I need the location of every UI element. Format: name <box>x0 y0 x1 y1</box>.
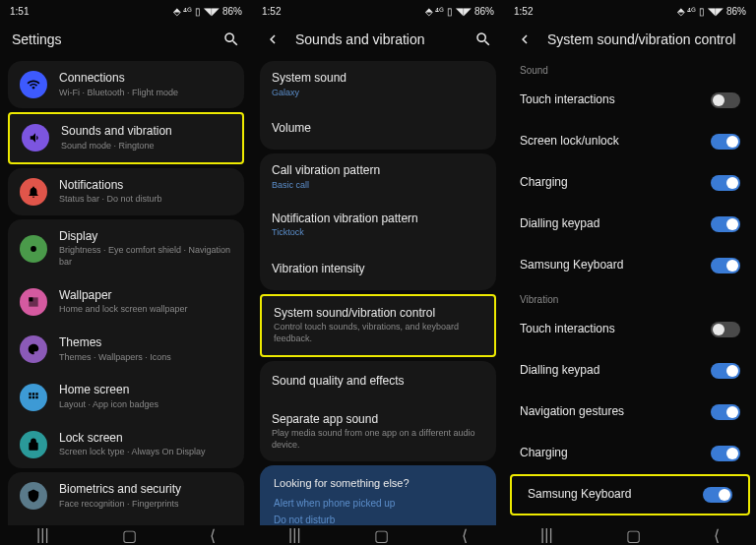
wallpaper-icon <box>20 288 47 316</box>
sound-icon <box>22 124 49 151</box>
page-title: System sound/vibration control <box>547 31 744 47</box>
nav-bar: ||| ▢ ⟨ <box>504 525 756 545</box>
screen-settings: 1:51 ⬘ ⁴ᴳ ▯ ◥◤86% Settings ConnectionsWi… <box>0 0 252 545</box>
item-home-screen[interactable]: Home screenLayout · App icon badges <box>8 373 244 420</box>
item-connections[interactable]: ConnectionsWi-Fi · Bluetooth · Flight mo… <box>8 61 244 108</box>
back-icon[interactable] <box>516 30 534 48</box>
nav-back[interactable]: ⟨ <box>210 526 216 545</box>
nav-bar: ||| ▢ ⟨ <box>0 525 252 545</box>
item-sounds-vibration[interactable]: Sounds and vibrationSound mode · Rington… <box>10 114 242 161</box>
toggle-row[interactable]: Samsung Keyboard <box>504 245 756 286</box>
home-icon <box>20 384 47 411</box>
toggle-switch[interactable] <box>711 175 740 191</box>
page-title: Settings <box>12 31 222 47</box>
category-sound: Sound <box>504 57 756 80</box>
status-bar: 1:51 ⬘ ⁴ᴳ ▯ ◥◤86% <box>0 0 252 22</box>
toggle-label: Dialling keypad <box>520 216 711 232</box>
item-display[interactable]: DisplayBrightness · Eye comfort shield ·… <box>8 219 244 278</box>
toggle-row[interactable]: Samsung Keyboard <box>510 474 750 515</box>
item-vibration-intensity[interactable]: Vibration intensity <box>260 249 496 290</box>
toggle-row[interactable]: Charging <box>504 433 756 474</box>
item-lock-screen[interactable]: Lock screenScreen lock type · Always On … <box>8 421 244 468</box>
suggestion-link[interactable]: Alert when phone picked up <box>274 495 482 512</box>
toggle-switch[interactable] <box>711 92 740 108</box>
toggle-switch[interactable] <box>711 404 740 420</box>
nav-back[interactable]: ⟨ <box>462 526 468 545</box>
item-separate-app-sound[interactable]: Separate app soundPlay media sound from … <box>260 402 496 461</box>
nav-recents[interactable]: ||| <box>540 526 552 544</box>
nav-recents[interactable]: ||| <box>288 526 300 544</box>
toggle-switch[interactable] <box>711 258 740 273</box>
item-sound-quality[interactable]: Sound quality and effects <box>260 361 496 402</box>
toggle-row[interactable]: Dialling keypad <box>504 204 756 245</box>
toggle-row[interactable]: Dialling keypad <box>504 350 756 392</box>
toggle-row[interactable]: Screen lock/unlock <box>504 121 756 162</box>
sounds-list[interactable]: System soundGalaxy Volume Call vibration… <box>252 57 504 525</box>
toggle-label: Charging <box>520 175 711 191</box>
suggestion-card: Looking for something else? Alert when p… <box>260 465 496 525</box>
bell-icon <box>20 178 47 206</box>
screen-sounds-vibration: 1:52 ⬘ ⁴ᴳ ▯ ◥◤86% Sounds and vibration S… <box>252 0 504 545</box>
status-icons: ⬘ ⁴ᴳ ▯ ◥◤86% <box>425 6 494 17</box>
status-time: 1:52 <box>514 6 533 17</box>
search-icon[interactable] <box>222 30 240 48</box>
toggle-label: Samsung Keyboard <box>520 258 711 273</box>
item-volume[interactable]: Volume <box>260 108 496 150</box>
nav-back[interactable]: ⟨ <box>714 526 720 545</box>
category-vibration: Vibration <box>504 286 756 309</box>
toggle-switch[interactable] <box>711 216 740 232</box>
wifi-icon <box>20 71 47 98</box>
suggestion-link[interactable]: Do not disturb <box>274 512 482 525</box>
header: Sounds and vibration <box>252 22 504 57</box>
item-system-sound[interactable]: System soundGalaxy <box>260 61 496 108</box>
toggle-row[interactable]: Touch interactions <box>504 80 756 121</box>
themes-icon <box>20 335 47 363</box>
status-icons: ⬘ ⁴ᴳ ▯ ◥◤86% <box>173 6 242 17</box>
nav-home[interactable]: ▢ <box>626 526 641 545</box>
status-bar: 1:52 ⬘ ⁴ᴳ ▯ ◥◤86% <box>252 0 504 22</box>
settings-list[interactable]: ConnectionsWi-Fi · Bluetooth · Flight mo… <box>0 57 252 525</box>
toggle-label: Samsung Keyboard <box>528 487 703 503</box>
item-themes[interactable]: ThemesThemes · Wallpapers · Icons <box>8 326 244 373</box>
item-call-vibration[interactable]: Call vibration patternBasic call <box>260 153 496 201</box>
toggle-label: Dialling keypad <box>520 363 711 379</box>
toggle-label: Navigation gestures <box>520 404 711 420</box>
toggle-row[interactable]: Navigation gestures <box>504 392 756 433</box>
header: System sound/vibration control <box>504 22 756 57</box>
nav-bar: ||| ▢ ⟨ <box>252 525 504 545</box>
search-icon[interactable] <box>474 30 492 48</box>
item-wallpaper[interactable]: WallpaperHome and lock screen wallpaper <box>8 278 244 326</box>
display-icon <box>20 235 47 263</box>
shield-icon <box>20 482 47 510</box>
toggle-row[interactable]: Camera feedback <box>504 515 756 525</box>
status-bar: 1:52 ⬘ ⁴ᴳ ▯ ◥◤86% <box>504 0 756 22</box>
nav-home[interactable]: ▢ <box>122 526 137 545</box>
toggle-list[interactable]: Sound Touch interactionsScreen lock/unlo… <box>504 57 756 525</box>
back-icon[interactable] <box>264 30 282 48</box>
header: Settings <box>0 22 252 57</box>
toggle-label: Touch interactions <box>520 92 711 108</box>
toggle-row[interactable]: Touch interactions <box>504 309 756 350</box>
item-biometrics[interactable]: Biometrics and securityFace recognition … <box>8 472 244 519</box>
toggle-switch[interactable] <box>711 363 740 379</box>
nav-home[interactable]: ▢ <box>374 526 389 545</box>
toggle-label: Screen lock/unlock <box>520 134 711 150</box>
item-notifications[interactable]: NotificationsStatus bar · Do not disturb <box>8 168 244 215</box>
svg-point-0 <box>31 246 36 252</box>
status-time: 1:51 <box>10 6 29 17</box>
toggle-switch[interactable] <box>711 134 740 150</box>
page-title: Sounds and vibration <box>295 31 474 47</box>
item-notif-vibration[interactable]: Notification vibration patternTicktock <box>260 202 496 249</box>
screen-system-sound-control: 1:52 ⬘ ⁴ᴳ ▯ ◥◤86% System sound/vibration… <box>504 0 756 545</box>
toggle-switch[interactable] <box>711 446 740 461</box>
toggle-switch[interactable] <box>711 322 740 337</box>
suggestion-title: Looking for something else? <box>274 477 482 489</box>
lock-icon <box>20 431 47 458</box>
toggle-label: Charging <box>520 446 711 461</box>
status-time: 1:52 <box>262 6 281 17</box>
toggle-switch[interactable] <box>703 487 732 503</box>
toggle-row[interactable]: Charging <box>504 162 756 204</box>
item-system-sound-vibration-control[interactable]: System sound/vibration controlControl to… <box>262 296 494 355</box>
toggle-label: Touch interactions <box>520 322 711 337</box>
nav-recents[interactable]: ||| <box>36 526 48 544</box>
